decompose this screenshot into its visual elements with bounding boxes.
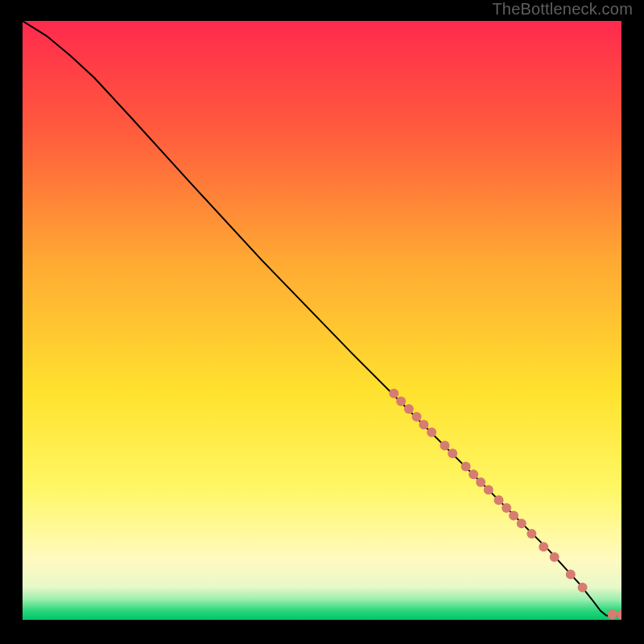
data-point	[526, 529, 536, 539]
data-point	[469, 469, 478, 479]
data-point	[404, 404, 414, 414]
data-point	[509, 511, 518, 521]
data-point	[461, 462, 471, 472]
data-point	[502, 503, 511, 513]
data-point	[448, 448, 457, 458]
data-point	[517, 518, 526, 528]
data-point	[494, 495, 504, 505]
plot-area	[23, 21, 621, 620]
data-point	[608, 609, 617, 619]
chart-svg	[23, 21, 621, 620]
data-point	[539, 542, 548, 551]
data-point	[476, 477, 485, 487]
data-point	[566, 570, 576, 580]
watermark-text: TheBottleneck.com	[492, 0, 633, 19]
data-point	[412, 412, 422, 422]
data-point	[440, 441, 450, 451]
data-point	[484, 485, 493, 495]
data-point	[550, 552, 559, 562]
data-point	[389, 389, 398, 398]
data-point	[578, 583, 588, 592]
chart-frame: TheBottleneck.com	[0, 0, 644, 644]
data-point	[419, 420, 429, 430]
data-point	[427, 427, 436, 437]
data-point	[396, 396, 406, 406]
